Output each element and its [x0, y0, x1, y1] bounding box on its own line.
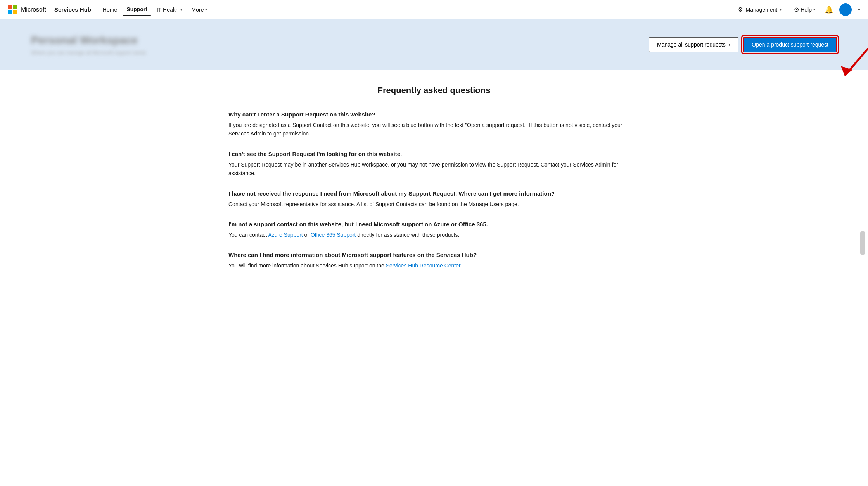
arrow-right-icon: › — [729, 42, 731, 48]
manage-requests-button[interactable]: Manage all support requests › — [649, 37, 738, 52]
logo-cell-yellow — [13, 10, 17, 14]
faq-item-5: Where can I find more information about … — [228, 252, 640, 270]
services-hub-brand: Services Hub — [54, 6, 91, 13]
faq-item-1: Why can't I enter a Support Request on t… — [228, 111, 640, 138]
microsoft-logo — [8, 5, 17, 14]
nav-right: ⚙ Management ▾ ⊙ Help ▾ 🔔 ▾ — [735, 3, 860, 16]
nav-links: Home Support IT Health ▾ More ▾ — [99, 4, 727, 16]
faq-question-4: I'm not a support contact on this websit… — [228, 221, 640, 227]
faq-answer-4: You can contact Azure Support or Office … — [228, 231, 640, 239]
it-health-chevron-icon: ▾ — [180, 7, 182, 12]
hero-left: Personal Workspace Where you can manage … — [31, 34, 649, 56]
user-avatar[interactable] — [839, 3, 852, 16]
faq-answer-5: You will find more information about Ser… — [228, 261, 640, 270]
logo-cell-blue — [8, 10, 12, 14]
faq-answer-2: Your Support Request may be in another S… — [228, 160, 640, 178]
faq-answer-1: If you are designated as a Support Conta… — [228, 121, 640, 138]
faq-question-5: Where can I find more information about … — [228, 252, 640, 258]
hero-actions: Manage all support requests › Open a pro… — [649, 37, 837, 52]
nav-divider — [50, 5, 50, 14]
hero-title: Personal Workspace — [31, 34, 649, 47]
scrollbar-thumb[interactable] — [860, 231, 865, 255]
hero-banner: Personal Workspace Where you can manage … — [0, 19, 868, 70]
red-arrow-annotation — [837, 45, 868, 83]
faq-item-2: I can't see the Support Request I'm look… — [228, 151, 640, 178]
resource-center-link[interactable]: Services Hub Resource Center. — [386, 262, 462, 269]
help-menu[interactable]: ⊙ Help ▾ — [791, 4, 818, 15]
more-chevron-icon: ▾ — [205, 7, 207, 12]
main-content: Frequently asked questions Why can't I e… — [221, 70, 647, 306]
nav-it-health[interactable]: IT Health ▾ — [153, 4, 186, 15]
logo-cell-green — [13, 5, 17, 9]
open-support-request-button[interactable]: Open a product support request — [743, 37, 837, 52]
faq-item-3: I have not received the response I need … — [228, 190, 640, 208]
user-menu-chevron-icon: ▾ — [858, 7, 860, 12]
navigation-bar: Microsoft Services Hub Home Support IT H… — [0, 0, 868, 19]
notification-bell[interactable]: 🔔 — [825, 5, 833, 14]
microsoft-wordmark: Microsoft — [21, 6, 46, 13]
faq-question-3: I have not received the response I need … — [228, 190, 640, 197]
office365-support-link[interactable]: Office 365 Support — [311, 232, 356, 238]
azure-support-link[interactable]: Azure Support — [268, 232, 303, 238]
nav-support[interactable]: Support — [123, 4, 151, 16]
logo-area: Microsoft Services Hub — [8, 5, 91, 14]
svg-line-0 — [845, 49, 868, 76]
help-chevron-icon: ▾ — [813, 7, 815, 12]
nav-more[interactable]: More ▾ — [188, 4, 211, 15]
faq-question-2: I can't see the Support Request I'm look… — [228, 151, 640, 157]
help-icon: ⊙ — [794, 6, 799, 13]
nav-home[interactable]: Home — [99, 4, 121, 15]
faq-answer-3: Contact your Microsoft representative fo… — [228, 200, 640, 208]
faq-item-4: I'm not a support contact on this websit… — [228, 221, 640, 239]
gear-icon: ⚙ — [738, 6, 743, 13]
svg-marker-1 — [841, 66, 852, 76]
management-chevron-icon: ▾ — [780, 7, 782, 12]
faq-section-title: Frequently asked questions — [228, 85, 640, 95]
open-request-wrapper: Open a product support request — [743, 37, 837, 52]
logo-cell-red — [8, 5, 12, 9]
faq-question-1: Why can't I enter a Support Request on t… — [228, 111, 640, 118]
hero-subtitle: Where you can manage all Microsoft suppo… — [31, 50, 649, 56]
management-menu[interactable]: ⚙ Management ▾ — [735, 4, 785, 15]
